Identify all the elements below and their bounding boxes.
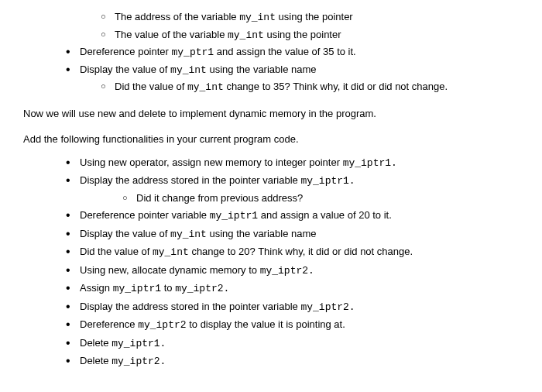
text: Did it change from previous address? <box>136 192 303 204</box>
text: Display the value of <box>80 64 170 75</box>
code: my_ptr1 <box>172 46 214 58</box>
text: Display the address stored in the pointe… <box>80 301 300 312</box>
bottom-section: Using new operator, assign new memory to… <box>23 155 528 370</box>
list-item: Dereference pointer my_ptr1 and assign t… <box>66 44 528 60</box>
text: Dereference pointer variable <box>80 209 210 221</box>
text: and assign the value of 35 to it. <box>214 46 356 57</box>
code: my_iptr1 <box>210 210 258 222</box>
list-item: Dereference pointer variable my_iptr1 an… <box>66 208 528 224</box>
list-item: Using new, allocate dynamic memory to my… <box>66 263 528 279</box>
list-item: Delete my_iptr1. <box>66 335 528 352</box>
code: my_int <box>170 229 207 240</box>
code: my_iptr2 <box>138 319 186 331</box>
list-item: Using new operator, assign new memory to… <box>66 155 528 171</box>
text: Dereference <box>80 318 138 330</box>
list-item: Did the value of my_int change to 20? Th… <box>66 244 528 260</box>
text: Did the value of <box>115 81 187 92</box>
code: my_int <box>170 64 207 76</box>
text: using the variable name <box>207 64 317 75</box>
text: Display the address stored in the pointe… <box>80 174 300 186</box>
list-item: Dereference my_iptr2 to display the valu… <box>66 317 528 333</box>
text: Assign <box>80 282 113 294</box>
top-circle-list-a: The address of the variable my_int using… <box>101 9 528 43</box>
text: Did the value of <box>80 246 153 257</box>
code: my_iptr2. <box>111 356 166 367</box>
text: Delete <box>80 337 111 349</box>
code: my_iptr1 <box>113 283 161 294</box>
text: Display the value of <box>80 228 170 239</box>
list-item: Delete my_iptr2. <box>66 353 528 370</box>
paragraph-2: Add the following functionalities in you… <box>23 132 528 147</box>
list-item: The address of the variable my_int using… <box>101 9 528 26</box>
text: change to 20? Think why, it did or did n… <box>189 246 413 257</box>
list-item: Display the value of my_int using the va… <box>66 226 528 242</box>
top-bullet-list: Dereference pointer my_ptr1 and assign t… <box>66 44 528 77</box>
text: to display the value it is pointing at. <box>187 318 345 330</box>
text: using the pointer <box>264 29 341 40</box>
code: my_iptr1. <box>343 157 397 169</box>
text: to <box>161 282 175 294</box>
top-circle-list-b: Did the value of my_int change to 35? Th… <box>101 79 528 95</box>
text: Delete <box>80 355 111 366</box>
list-item: Display the value of my_int using the va… <box>66 62 528 78</box>
text: and assign a value of 20 to it. <box>258 209 392 221</box>
list-item: Did it change from previous address? <box>122 191 528 206</box>
text: using the pointer <box>276 11 353 22</box>
code: my_int <box>187 81 224 93</box>
text: Dereference pointer <box>80 46 172 57</box>
code: my_int <box>228 29 264 41</box>
text: Using new operator, assign new memory to… <box>80 156 343 168</box>
list-item: The value of the variable my_int using t… <box>101 27 528 43</box>
text: The value of the variable <box>115 29 228 40</box>
sub-circle-list: Did it change from previous address? <box>122 191 528 206</box>
list-item: Assign my_iptr1 to my_iptr2. <box>66 280 528 297</box>
list-item: Display the address stored in the pointe… <box>66 173 528 205</box>
bottom-bullet-list: Using new operator, assign new memory to… <box>66 155 528 370</box>
top-section: The address of the variable my_int using… <box>23 9 528 95</box>
text: change to 35? Think why, it did or did n… <box>224 81 448 92</box>
code: my_iptr2. <box>300 301 355 313</box>
text: Using new, allocate dynamic memory to <box>80 264 260 276</box>
code: my_iptr1. <box>111 338 166 349</box>
code: my_iptr2. <box>175 283 229 294</box>
code: my_iptr2. <box>260 265 314 277</box>
paragraph-1: Now we will use new and delete to implem… <box>23 106 528 122</box>
text: using the variable name <box>207 228 317 239</box>
list-item: Display the address stored in the pointe… <box>66 299 528 315</box>
code: my_iptr1. <box>300 175 355 187</box>
text: The address of the variable <box>115 11 239 22</box>
code: my_int <box>153 246 189 258</box>
list-item: Did the value of my_int change to 35? Th… <box>101 79 528 95</box>
code: my_int <box>239 12 276 23</box>
